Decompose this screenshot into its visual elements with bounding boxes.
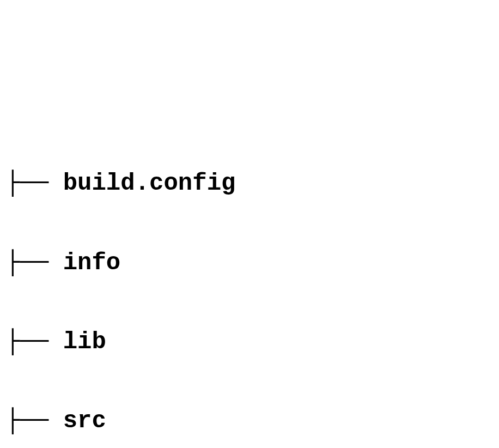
tree-prefix: ├── [5, 328, 63, 355]
tree-prefix: ├── [5, 249, 63, 276]
tree-label: info [63, 249, 121, 276]
tree-node: ├── info [5, 243, 494, 283]
tree-prefix: ├── [5, 407, 63, 434]
tree-label: src [63, 407, 106, 434]
tree-node: ├── src [5, 401, 494, 441]
tree-label: lib [63, 328, 106, 355]
tree-node: ├── lib [5, 322, 494, 362]
tree-label: build.config [63, 169, 236, 197]
tree-node: ├── build.config [5, 164, 494, 203]
tree-prefix: ├── [5, 169, 63, 197]
